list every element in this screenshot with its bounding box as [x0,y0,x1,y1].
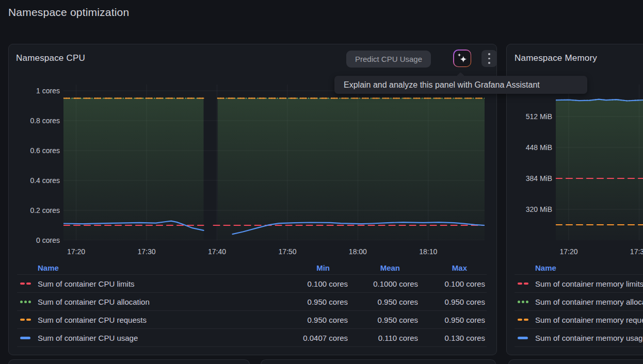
series-dashed-marker-icon [518,319,528,321]
bottom-panel-edge [8,359,250,364]
y-axis-tick: 0 cores [19,236,60,244]
memory-chart[interactable] [556,85,643,240]
legend-row[interactable]: Sum of container CPU usage0.0407 cores0.… [17,329,487,347]
legend-marker-cell [17,283,38,285]
y-axis-tick: 0.2 cores [19,206,60,214]
y-axis-tick: 384 MiB [511,174,552,183]
panel-title-memory[interactable]: Namespace Memory [515,53,597,63]
series-solid-marker-icon [20,337,30,339]
legend-value-min: 0.950 cores [279,297,349,306]
legend-value-min: 0.0407 cores [279,334,349,342]
legend-marker-cell [515,283,535,285]
y-axis-tick: 0.6 cores [19,146,60,155]
predict-cpu-usage-button[interactable]: Predict CPU Usage [346,51,431,68]
legend-value-max: 0.950 cores [420,316,487,324]
legend-col-name[interactable]: Name [535,263,643,272]
legend-col-max[interactable]: Max [420,263,487,272]
legend-marker-cell [17,301,38,303]
grafana-dashboard: Namespace optimization Namespace CPU Pre… [0,0,643,364]
bottom-panel-edge [508,359,643,364]
legend-col-mean[interactable]: Mean [349,263,420,272]
legend-row[interactable]: Sum of container memory usage [515,329,643,347]
y-axis-tick: 0.8 cores [19,117,60,125]
legend-series-name[interactable]: Sum of container memory usage [535,334,643,342]
y-axis-tick: 0.4 cores [19,176,60,185]
legend-row[interactable]: Sum of container memory allocation [515,293,643,311]
assistant-tooltip: Explain and analyze this panel with Graf… [334,76,587,94]
legend-row[interactable]: Sum of container memory limits [515,275,643,293]
x-axis-tick: 17:30 [626,247,643,256]
y-axis-tick: 1 cores [19,87,60,95]
cpu-chart[interactable] [63,85,485,240]
legend-marker-cell [17,319,38,321]
legend-series-name[interactable]: Sum of container CPU usage [38,334,279,342]
legend-row[interactable]: Sum of container CPU allocation0.950 cor… [17,293,487,311]
x-axis-tick: 18:10 [415,247,441,256]
x-axis-tick: 17:20 [556,247,582,256]
sparkle-icon [454,51,471,67]
x-axis-tick: 17:40 [204,247,230,256]
legend-row[interactable]: Sum of container memory requests [515,311,643,329]
legend-header-row: NameMinMeanMax [17,261,487,275]
legend-series-name[interactable]: Sum of container CPU limits [38,279,279,288]
series-solid-marker-icon [518,337,528,339]
panel-menu-button[interactable] [481,50,497,67]
legend-series-name[interactable]: Sum of container CPU allocation [38,297,279,306]
y-axis-tick: 448 MiB [511,143,552,152]
x-axis-tick: 17:50 [275,247,300,256]
series-dashed-marker-icon [20,283,31,285]
legend-col-name[interactable]: Name [38,263,279,272]
legend-value-mean: 0.950 cores [349,316,420,324]
cpu-legend: NameMinMeanMaxSum of container CPU limit… [17,261,487,347]
series-dotted-marker-icon [518,301,528,303]
legend-marker-cell [515,337,535,339]
x-axis-tick: 17:30 [134,247,159,256]
legend-value-mean: 0.110 cores [349,334,420,342]
legend-series-name[interactable]: Sum of container memory requests [535,316,643,324]
legend-value-max: 0.950 cores [420,297,487,306]
bottom-panel-edge [261,359,496,364]
legend-series-name[interactable]: Sum of container memory allocation [535,297,643,306]
legend-series-name[interactable]: Sum of container memory limits [535,279,643,288]
memory-legend: NameSum of container memory limitsSum of… [515,261,643,347]
panel-title-cpu[interactable]: Namespace CPU [16,53,85,63]
series-dotted-marker-icon [20,301,31,303]
series-dashed-marker-icon [20,319,31,321]
page-title: Namespace optimization [8,6,129,19]
legend-header-row: Name [515,261,643,275]
legend-marker-cell [17,337,38,339]
x-axis-tick: 18:00 [345,247,371,256]
x-axis-tick: 17:20 [63,247,89,256]
y-axis-tick: 512 MiB [511,112,552,121]
grafana-assistant-button[interactable] [453,49,471,67]
kebab-icon [488,53,490,64]
legend-value-max: 0.100 cores [420,279,487,288]
legend-series-name[interactable]: Sum of container CPU requests [38,316,279,324]
legend-value-mean: 0.950 cores [349,297,420,306]
legend-value-min: 0.950 cores [279,316,349,324]
legend-marker-cell [515,319,535,321]
legend-col-min[interactable]: Min [279,263,349,272]
legend-value-max: 0.130 cores [420,334,487,342]
legend-marker-cell [515,301,535,303]
legend-row[interactable]: Sum of container CPU limits0.100 cores0.… [17,275,487,293]
legend-row[interactable]: Sum of container CPU requests0.950 cores… [17,311,487,329]
legend-value-mean: 0.1000 cores [349,279,420,288]
series-dashed-marker-icon [518,283,528,285]
legend-value-min: 0.100 cores [279,279,349,288]
y-axis-tick: 320 MiB [511,205,552,213]
tooltip-text: Explain and analyze this panel with Graf… [344,80,540,90]
